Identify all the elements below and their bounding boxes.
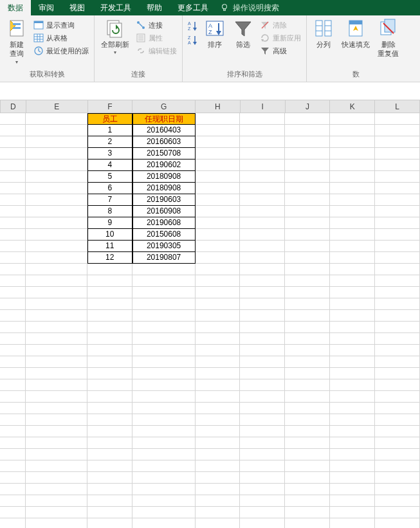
cell[interactable] [330, 333, 375, 345]
cell[interactable] [330, 183, 375, 194]
cell[interactable] [375, 379, 420, 391]
cell[interactable] [240, 437, 285, 449]
cell[interactable] [375, 449, 420, 460]
cell[interactable] [26, 507, 87, 518]
cell[interactable] [375, 275, 420, 287]
cell[interactable]: 9 [87, 217, 132, 229]
cell[interactable] [285, 194, 330, 206]
cell[interactable] [285, 414, 330, 426]
cell[interactable] [240, 356, 285, 368]
cell[interactable] [375, 472, 420, 484]
cell[interactable] [0, 241, 26, 252]
cell[interactable] [240, 148, 285, 159]
text-to-columns-button[interactable]: 分列 [311, 17, 336, 50]
cell[interactable] [375, 206, 420, 217]
cell[interactable] [285, 159, 330, 171]
cell[interactable]: 8 [87, 206, 132, 217]
cell[interactable] [196, 183, 241, 194]
cell[interactable] [0, 484, 26, 495]
cell[interactable] [375, 241, 420, 252]
cell[interactable] [0, 275, 26, 287]
cell[interactable] [375, 194, 420, 206]
cell[interactable] [26, 460, 87, 472]
cell[interactable] [285, 310, 330, 322]
cell[interactable] [240, 507, 285, 518]
cell[interactable] [375, 125, 420, 136]
cell[interactable]: 20180908 [132, 183, 196, 194]
cell[interactable] [132, 449, 196, 460]
cell[interactable] [285, 403, 330, 414]
cell[interactable] [330, 310, 375, 322]
cell[interactable] [285, 206, 330, 217]
cell[interactable] [330, 426, 375, 437]
cell[interactable] [375, 287, 420, 298]
cell[interactable] [240, 159, 285, 171]
cell[interactable] [240, 171, 285, 183]
cell[interactable] [375, 414, 420, 426]
cell[interactable] [87, 437, 132, 449]
cell[interactable] [330, 484, 375, 495]
cell[interactable] [196, 148, 241, 159]
cell[interactable] [0, 507, 26, 518]
cell[interactable] [375, 356, 420, 368]
new-query-button[interactable]: 新建 查询 ▾ [4, 17, 30, 67]
cell[interactable] [196, 460, 241, 472]
spreadsheet-grid[interactable]: D E F G H I J K L 员工任现职日期120160403220160… [0, 100, 420, 528]
remove-duplicates-button[interactable]: 删除 重复值 [375, 17, 401, 60]
cell[interactable] [26, 379, 87, 391]
cell[interactable] [285, 449, 330, 460]
cell[interactable] [26, 426, 87, 437]
cell[interactable] [240, 194, 285, 206]
sort-asc-button[interactable]: AZ [187, 19, 199, 32]
cell[interactable] [0, 264, 26, 275]
cell[interactable] [375, 229, 420, 241]
cell[interactable] [0, 136, 26, 148]
cell[interactable] [26, 275, 87, 287]
cell[interactable] [26, 217, 87, 229]
cell[interactable] [87, 333, 132, 345]
cell[interactable] [375, 322, 420, 333]
tab-data[interactable]: 数据 [0, 0, 31, 15]
cell[interactable] [196, 472, 241, 484]
cell[interactable] [26, 264, 87, 275]
reapply-button[interactable]: 重新应用 [259, 32, 302, 44]
cell[interactable] [196, 403, 241, 414]
tab-help[interactable]: 帮助 [139, 0, 170, 15]
tab-view[interactable]: 视图 [62, 0, 93, 15]
cell[interactable] [285, 426, 330, 437]
cell[interactable] [0, 379, 26, 391]
cell[interactable] [0, 426, 26, 437]
cell[interactable] [196, 322, 241, 333]
cell[interactable] [330, 194, 375, 206]
cell[interactable] [0, 368, 26, 379]
cell[interactable] [240, 264, 285, 275]
recent-sources-button[interactable]: 最近使用的源 [32, 45, 90, 57]
cell[interactable] [240, 113, 285, 125]
cell[interactable] [196, 136, 241, 148]
cell[interactable] [330, 495, 375, 507]
cell[interactable] [132, 507, 196, 518]
cell[interactable]: 3 [87, 148, 132, 159]
cell[interactable] [87, 403, 132, 414]
cell[interactable] [196, 206, 241, 217]
cell[interactable] [87, 322, 132, 333]
cell[interactable] [26, 125, 87, 136]
col-header-L[interactable]: L [375, 100, 420, 113]
cell[interactable] [196, 449, 241, 460]
cell[interactable] [285, 171, 330, 183]
cell[interactable] [196, 287, 241, 298]
cell[interactable] [26, 113, 87, 125]
cell[interactable] [87, 449, 132, 460]
edit-links-button[interactable]: 编辑链接 [134, 45, 178, 57]
cell[interactable] [330, 298, 375, 310]
cell[interactable] [330, 449, 375, 460]
cell[interactable] [375, 484, 420, 495]
cell[interactable] [330, 356, 375, 368]
sort-button[interactable]: AZ 排序 [202, 17, 228, 50]
cell[interactable] [375, 403, 420, 414]
cell[interactable] [330, 136, 375, 148]
cell[interactable] [240, 217, 285, 229]
cell[interactable] [240, 391, 285, 403]
cell[interactable] [0, 356, 26, 368]
cell[interactable] [240, 229, 285, 241]
